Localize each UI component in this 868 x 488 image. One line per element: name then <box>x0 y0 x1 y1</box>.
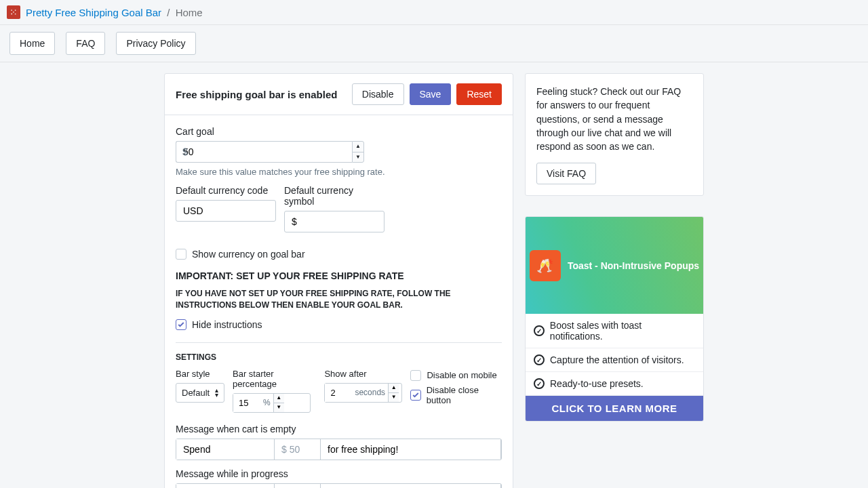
content-container: Free shipping goal bar is enabled Disabl… <box>0 62 868 488</box>
currency-row: Default currency code Default currency s… <box>176 185 502 241</box>
spinner-down-icon[interactable]: ▼ <box>353 152 363 163</box>
topbar: Pretty Free Shipping Goal Bar / Home <box>0 0 868 25</box>
breadcrumb-app-link[interactable]: Pretty Free Shipping Goal Bar <box>26 7 161 18</box>
breadcrumb-current: Home <box>176 7 203 18</box>
select-updown-icon: ▴▾ <box>215 388 218 397</box>
msg-empty-pre-input[interactable] <box>176 439 275 460</box>
spinner-up-icon[interactable]: ▲ <box>353 142 363 152</box>
promo-item-text: Boost sales with toast notifications. <box>550 320 695 342</box>
spinner-up-icon[interactable]: ▲ <box>389 384 399 393</box>
show-after-input[interactable] <box>325 384 352 402</box>
disable-close-row[interactable]: Disable close button <box>410 385 502 405</box>
starter-pct-input[interactable] <box>233 394 260 412</box>
important-heading: IMPORTANT: SET UP YOUR FREE SHIPPING RAT… <box>176 270 502 281</box>
hide-instructions-label: Hide instructions <box>192 319 262 330</box>
msg-progress-label: Message while in progress <box>176 468 502 479</box>
app-logo-icon <box>7 5 20 19</box>
navbar: Home FAQ Privacy Policy <box>0 25 868 62</box>
promo-item: Ready-to-use presets. <box>526 372 703 396</box>
disable-close-checkbox[interactable] <box>410 390 420 401</box>
promo-hero: 🥂 Toast - Non-Intrusive Popups <box>526 217 703 314</box>
promo-item: Boost sales with toast notifications. <box>526 314 703 348</box>
show-after-col: Show after seconds ▲ ▼ <box>324 369 402 403</box>
cart-goal-spinner[interactable]: ▲ ▼ <box>352 141 364 163</box>
panel-header: Free shipping goal bar is enabled Disabl… <box>165 74 513 115</box>
disable-close-label: Disable close button <box>427 385 502 405</box>
msg-empty-amount: $ 50 <box>275 439 321 460</box>
msg-progress-amount: $ 50 <box>275 484 321 488</box>
currency-code-label: Default currency code <box>176 185 276 196</box>
visit-faq-button[interactable]: Visit FAQ <box>536 163 596 184</box>
promo-list: Boost sales with toast notifications. Ca… <box>526 314 703 396</box>
breadcrumb: Pretty Free Shipping Goal Bar / Home <box>26 7 203 18</box>
nav-home-button[interactable]: Home <box>9 32 55 55</box>
msg-empty-post-input[interactable] <box>321 439 501 460</box>
spinner-down-icon[interactable]: ▼ <box>274 403 284 412</box>
settings-row: Bar style Default ▴▾ Bar starter percent… <box>176 369 502 413</box>
bar-style-label: Bar style <box>176 369 224 379</box>
currency-symbol-label: Default currency symbol <box>284 185 384 207</box>
help-text: Feeling stuck? Check out our FAQ for ans… <box>536 85 692 153</box>
check-circle-icon <box>534 325 545 336</box>
breadcrumb-separator: / <box>167 7 170 18</box>
msg-progress-group: Message while in progress $ 50 <box>176 468 502 488</box>
promo-item: Capture the attention of visitors. <box>526 348 703 372</box>
disable-mobile-row[interactable]: Disable on mobile <box>410 370 502 381</box>
promo-item-text: Ready-to-use presets. <box>550 378 644 389</box>
disable-button[interactable]: Disable <box>352 83 404 105</box>
cart-goal-group: Cart goal $ ▲ ▼ Make sure this value mat… <box>176 126 502 177</box>
currency-code-input[interactable] <box>176 200 276 222</box>
hide-instructions-checkbox[interactable] <box>176 319 186 330</box>
reset-button[interactable]: Reset <box>456 83 502 105</box>
show-currency-checkbox[interactable] <box>176 249 186 260</box>
promo-item-text: Capture the attention of visitors. <box>550 354 684 365</box>
cart-goal-input[interactable] <box>176 141 352 163</box>
starter-pct-input-wrap: % ▲ ▼ <box>233 393 311 413</box>
settings-section: SETTINGS Bar style Default ▴▾ Bar starte… <box>176 342 502 488</box>
starter-pct-unit: % <box>260 394 273 412</box>
main-panel: Free shipping goal bar is enabled Disabl… <box>164 73 513 488</box>
sidebar: Feeling stuck? Check out our FAQ for ans… <box>525 73 704 488</box>
important-body: IF YOU HAVE NOT SET UP YOUR FREE SHIPPIN… <box>176 288 502 311</box>
msg-progress-post-input[interactable] <box>321 484 501 488</box>
panel-title: Free shipping goal bar is enabled <box>176 89 337 100</box>
show-after-unit: seconds <box>352 384 388 402</box>
cart-goal-help: Make sure this value matches your free s… <box>176 167 502 177</box>
settings-heading: SETTINGS <box>176 352 502 362</box>
cart-goal-label: Cart goal <box>176 126 502 137</box>
check-circle-icon <box>534 354 545 365</box>
nav-faq-button[interactable]: FAQ <box>66 32 105 55</box>
check-circle-icon <box>534 378 545 389</box>
msg-progress-row: $ 50 <box>176 483 502 488</box>
disable-mobile-label: Disable on mobile <box>427 370 496 380</box>
settings-checks-col: Disable on mobile Disable close button <box>410 370 502 405</box>
currency-symbol-input[interactable] <box>284 211 384 232</box>
show-after-label: Show after <box>324 369 402 379</box>
promo-card: 🥂 Toast - Non-Intrusive Popups Boost sal… <box>525 216 704 422</box>
nav-privacy-button[interactable]: Privacy Policy <box>116 32 195 55</box>
spinner-up-icon[interactable]: ▲ <box>274 394 284 403</box>
promo-title: Toast - Non-Intrusive Popups <box>568 260 699 271</box>
panel-actions: Disable Save Reset <box>352 83 502 105</box>
bar-style-select[interactable]: Default ▴▾ <box>176 383 224 403</box>
hide-instructions-row[interactable]: Hide instructions <box>176 319 502 330</box>
disable-mobile-checkbox[interactable] <box>410 370 421 381</box>
show-after-spinner[interactable]: ▲ ▼ <box>388 384 399 402</box>
bar-style-col: Bar style Default ▴▾ <box>176 369 224 403</box>
show-after-input-wrap: seconds ▲ ▼ <box>324 383 402 403</box>
bar-style-value: Default <box>182 388 210 398</box>
help-card: Feeling stuck? Check out our FAQ for ans… <box>525 73 704 196</box>
msg-progress-pre-input[interactable] <box>176 484 275 488</box>
show-currency-label: Show currency on goal bar <box>192 249 305 260</box>
toast-app-icon: 🥂 <box>530 250 561 281</box>
msg-empty-row: $ 50 <box>176 439 502 460</box>
msg-empty-group: Message when cart is empty $ 50 <box>176 424 502 460</box>
starter-pct-col: Bar starter percentage % ▲ ▼ <box>233 369 316 413</box>
starter-pct-label: Bar starter percentage <box>233 369 316 389</box>
show-currency-checkbox-row[interactable]: Show currency on goal bar <box>176 249 502 260</box>
save-button[interactable]: Save <box>410 83 452 105</box>
promo-cta-button[interactable]: CLICK TO LEARN MORE <box>526 396 703 421</box>
starter-pct-spinner[interactable]: ▲ ▼ <box>273 394 284 412</box>
msg-empty-label: Message when cart is empty <box>176 424 502 434</box>
spinner-down-icon[interactable]: ▼ <box>389 393 399 402</box>
